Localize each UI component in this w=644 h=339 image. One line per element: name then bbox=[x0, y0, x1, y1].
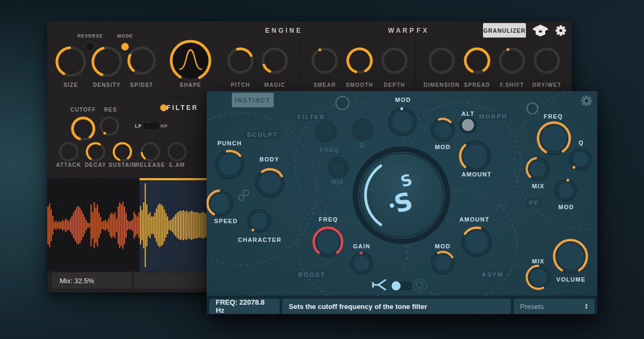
dimension-knob[interactable] bbox=[430, 49, 453, 72]
smear-knob[interactable] bbox=[313, 48, 336, 72]
desktop-background: ENGINE WARP FX GRANULIZER REVERSE MODE F… bbox=[0, 0, 644, 339]
main-knob[interactable]: SS bbox=[355, 149, 448, 241]
dry-wet-knob[interactable] bbox=[535, 49, 559, 72]
decay-knob[interactable] bbox=[87, 143, 104, 160]
sp-dst-knob[interactable] bbox=[129, 48, 155, 73]
out-mix-knob[interactable] bbox=[527, 266, 550, 289]
instinct-settings-gear-icon[interactable] bbox=[581, 95, 592, 106]
link-icon[interactable] bbox=[239, 190, 249, 201]
waveform-selection-bar bbox=[140, 178, 207, 180]
density-knob[interactable] bbox=[93, 48, 121, 76]
chevron-updown-icon: ▲▼ bbox=[584, 303, 588, 309]
fork-icon bbox=[373, 280, 385, 290]
release-knob[interactable] bbox=[142, 143, 159, 160]
smooth-knob[interactable] bbox=[348, 49, 371, 72]
size-knob[interactable] bbox=[57, 48, 85, 76]
presets-label: Presets bbox=[520, 303, 544, 311]
attack-knob[interactable] bbox=[60, 143, 77, 160]
cutoff-knob[interactable] bbox=[72, 118, 94, 139]
shape-knob[interactable] bbox=[171, 41, 210, 80]
asym-amount-knob[interactable] bbox=[463, 228, 491, 256]
boost-gain-knob[interactable] bbox=[352, 252, 372, 274]
asym-mod-knob[interactable] bbox=[432, 252, 454, 274]
filter-q-knob[interactable] bbox=[353, 120, 372, 139]
speed-knob[interactable] bbox=[208, 191, 233, 216]
instinct-window: INSTINCT SS SCULPTFILTERMORPHPFBOOSTASYM… bbox=[207, 91, 597, 314]
presets-dropdown[interactable]: Presets ▲▼ bbox=[514, 299, 595, 314]
sustain-knob[interactable] bbox=[114, 143, 131, 160]
pf-mix-knob[interactable] bbox=[527, 158, 549, 180]
volume-knob[interactable] bbox=[554, 240, 587, 273]
boost-freq-knob[interactable] bbox=[314, 228, 342, 256]
mix-readout: Mix: 32.5% bbox=[52, 272, 132, 289]
mod-top-knob[interactable] bbox=[390, 107, 416, 135]
f-shift-knob[interactable] bbox=[500, 48, 524, 72]
morph-mod-knob[interactable] bbox=[432, 119, 454, 141]
filter-mix-knob[interactable] bbox=[328, 158, 348, 178]
body-knob[interactable] bbox=[257, 170, 284, 197]
parameter-description: Sets the cutoff frequency of the tone fi… bbox=[282, 299, 511, 314]
filter-freq-knob[interactable] bbox=[316, 122, 336, 142]
spread-knob[interactable] bbox=[465, 49, 489, 72]
pf-q-knob[interactable] bbox=[570, 149, 591, 170]
pitch-knob[interactable] bbox=[229, 49, 252, 72]
e-am-knob[interactable] bbox=[169, 143, 186, 160]
brand-badge-icon bbox=[413, 279, 427, 293]
pf-freq-knob[interactable] bbox=[538, 123, 570, 154]
magic-knob[interactable] bbox=[263, 49, 287, 72]
pf-ring-handle[interactable] bbox=[527, 103, 538, 114]
punch-knob[interactable] bbox=[216, 151, 244, 179]
mode-toggle-knob[interactable] bbox=[392, 282, 401, 291]
morph-alt-knob[interactable] bbox=[460, 117, 476, 133]
depth-knob[interactable] bbox=[383, 49, 406, 72]
character-knob[interactable] bbox=[248, 210, 270, 232]
filter-ring-handle[interactable] bbox=[336, 97, 349, 109]
freq-readout: FREQ: 22078.8 Hz bbox=[209, 299, 280, 314]
pf-mod-knob[interactable] bbox=[555, 179, 576, 201]
morph-amount-knob[interactable] bbox=[460, 142, 490, 171]
res-knob[interactable] bbox=[101, 117, 118, 135]
